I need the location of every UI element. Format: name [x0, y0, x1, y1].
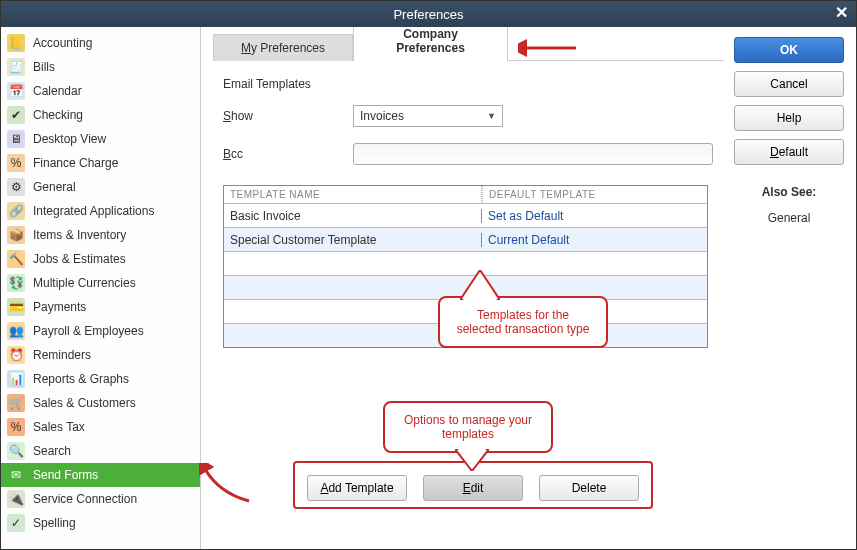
- sidebar-item-label: Service Connection: [33, 492, 137, 506]
- arrow-to-tab-icon: [518, 39, 578, 57]
- tab-my-preferences[interactable]: My Preferences: [213, 34, 353, 61]
- sidebar-item-search[interactable]: 🔍Search: [1, 439, 200, 463]
- sidebar-item-multiple-currencies[interactable]: 💱Multiple Currencies: [1, 271, 200, 295]
- sidebar-icon: 🧾: [7, 58, 25, 76]
- preferences-window: Preferences ✕ 📒Accounting🧾Bills📅Calendar…: [0, 0, 857, 550]
- callout-tail-icon: [455, 449, 489, 471]
- sidebar-item-checking[interactable]: ✔Checking: [1, 103, 200, 127]
- sidebar-icon: 🔨: [7, 250, 25, 268]
- th-default-template: DEFAULT TEMPLATE: [482, 186, 707, 203]
- sidebar-item-accounting[interactable]: 📒Accounting: [1, 31, 200, 55]
- sidebar-icon: 📒: [7, 34, 25, 52]
- sidebar-item-spelling[interactable]: ✓Spelling: [1, 511, 200, 535]
- sidebar-item-reminders[interactable]: ⏰Reminders: [1, 343, 200, 367]
- right-buttons-column: OK Cancel Help Default Also See: General: [734, 33, 844, 543]
- th-template-name: TEMPLATE NAME: [224, 186, 482, 203]
- default-button[interactable]: Default: [734, 139, 844, 165]
- sidebar-item-label: Items & Inventory: [33, 228, 126, 242]
- sidebar-item-sales-tax[interactable]: %Sales Tax: [1, 415, 200, 439]
- sidebar-item-label: Payments: [33, 300, 86, 314]
- sidebar-item-label: General: [33, 180, 76, 194]
- sidebar-item-sales-customers[interactable]: 🛒Sales & Customers: [1, 391, 200, 415]
- window-body: 📒Accounting🧾Bills📅Calendar✔Checking🖥Desk…: [1, 27, 856, 549]
- sidebar-icon: 📦: [7, 226, 25, 244]
- sidebar-icon: 🔗: [7, 202, 25, 220]
- content-area: My Preferences Company Preferences Email…: [213, 33, 724, 543]
- sidebar-item-label: Calendar: [33, 84, 82, 98]
- sidebar-icon: ✔: [7, 106, 25, 124]
- sidebar-item-reports-graphs[interactable]: 📊Reports & Graphs: [1, 367, 200, 391]
- bcc-label: Bcc: [223, 147, 343, 161]
- sidebar-icon: 💳: [7, 298, 25, 316]
- sidebar-icon: 📊: [7, 370, 25, 388]
- sidebar-item-label: Spelling: [33, 516, 76, 530]
- sidebar-icon: 💱: [7, 274, 25, 292]
- sidebar-icon: ⏰: [7, 346, 25, 364]
- callout-templates: Templates for the selected transaction t…: [438, 296, 608, 348]
- also-see-link[interactable]: General: [734, 211, 844, 225]
- sidebar-item-label: Sales Tax: [33, 420, 85, 434]
- main-area: My Preferences Company Preferences Email…: [201, 27, 856, 549]
- sidebar-item-label: Checking: [33, 108, 83, 122]
- cell-default-template[interactable]: Current Default: [482, 233, 707, 247]
- also-see-section: Also See: General: [734, 185, 844, 225]
- window-title: Preferences: [393, 7, 463, 22]
- show-row: Show Invoices ▼: [223, 105, 714, 127]
- section-heading: Email Templates: [223, 77, 714, 91]
- arrow-to-sidebar-icon: [199, 463, 253, 503]
- sidebar-icon: ✉: [7, 466, 25, 484]
- sidebar-item-label: Bills: [33, 60, 55, 74]
- sidebar-icon: %: [7, 154, 25, 172]
- also-see-heading: Also See:: [734, 185, 844, 199]
- sidebar-item-label: Payroll & Employees: [33, 324, 144, 338]
- sidebar-icon: 🛒: [7, 394, 25, 412]
- tab-content: Email Templates Show Invoices ▼ Bcc: [213, 61, 724, 348]
- sidebar-icon: 🔍: [7, 442, 25, 460]
- sidebar-item-finance-charge[interactable]: %Finance Charge: [1, 151, 200, 175]
- sidebar-item-label: Multiple Currencies: [33, 276, 136, 290]
- sidebar-icon: ⚙: [7, 178, 25, 196]
- sidebar-item-calendar[interactable]: 📅Calendar: [1, 79, 200, 103]
- cell-default-template[interactable]: Set as Default: [482, 209, 707, 223]
- bcc-input[interactable]: [353, 143, 713, 165]
- sidebar-item-label: Reports & Graphs: [33, 372, 129, 386]
- sidebar-item-service-connection[interactable]: 🔌Service Connection: [1, 487, 200, 511]
- sidebar-item-payments[interactable]: 💳Payments: [1, 295, 200, 319]
- sidebar-icon: ✓: [7, 514, 25, 532]
- sidebar-item-bills[interactable]: 🧾Bills: [1, 55, 200, 79]
- sidebar-item-label: Desktop View: [33, 132, 106, 146]
- tab-company-preferences[interactable]: Company Preferences: [353, 27, 508, 61]
- sidebar-item-general[interactable]: ⚙General: [1, 175, 200, 199]
- sidebar-icon: 👥: [7, 322, 25, 340]
- bcc-row: Bcc: [223, 143, 714, 165]
- sidebar-item-desktop-view[interactable]: 🖥Desktop View: [1, 127, 200, 151]
- show-value: Invoices: [360, 109, 404, 123]
- sidebar-item-payroll-employees[interactable]: 👥Payroll & Employees: [1, 319, 200, 343]
- table-row[interactable]: Basic InvoiceSet as Default: [224, 203, 707, 227]
- cancel-button[interactable]: Cancel: [734, 71, 844, 97]
- sidebar-item-label: Send Forms: [33, 468, 98, 482]
- sidebar-item-integrated-applications[interactable]: 🔗Integrated Applications: [1, 199, 200, 223]
- help-button[interactable]: Help: [734, 105, 844, 131]
- tabs: My Preferences Company Preferences: [213, 33, 724, 61]
- titlebar: Preferences ✕: [1, 1, 856, 27]
- show-label: Show: [223, 109, 343, 123]
- preferences-sidebar[interactable]: 📒Accounting🧾Bills📅Calendar✔Checking🖥Desk…: [1, 27, 201, 549]
- sidebar-item-label: Integrated Applications: [33, 204, 154, 218]
- close-icon[interactable]: ✕: [835, 3, 848, 22]
- table-row[interactable]: Special Customer TemplateCurrent Default: [224, 227, 707, 251]
- sidebar-icon: %: [7, 418, 25, 436]
- show-select[interactable]: Invoices ▼: [353, 105, 503, 127]
- cell-template-name: Special Customer Template: [224, 233, 482, 247]
- sidebar-item-label: Sales & Customers: [33, 396, 136, 410]
- callout-manage: Options to manage your templates: [383, 401, 553, 453]
- callout-tail-icon: [460, 270, 500, 300]
- sidebar-item-label: Reminders: [33, 348, 91, 362]
- sidebar-item-items-inventory[interactable]: 📦Items & Inventory: [1, 223, 200, 247]
- sidebar-item-send-forms[interactable]: ✉Send Forms: [1, 463, 200, 487]
- sidebar-icon: 🖥: [7, 130, 25, 148]
- ok-button[interactable]: OK: [734, 37, 844, 63]
- sidebar-item-label: Search: [33, 444, 71, 458]
- sidebar-item-label: Finance Charge: [33, 156, 118, 170]
- sidebar-item-jobs-estimates[interactable]: 🔨Jobs & Estimates: [1, 247, 200, 271]
